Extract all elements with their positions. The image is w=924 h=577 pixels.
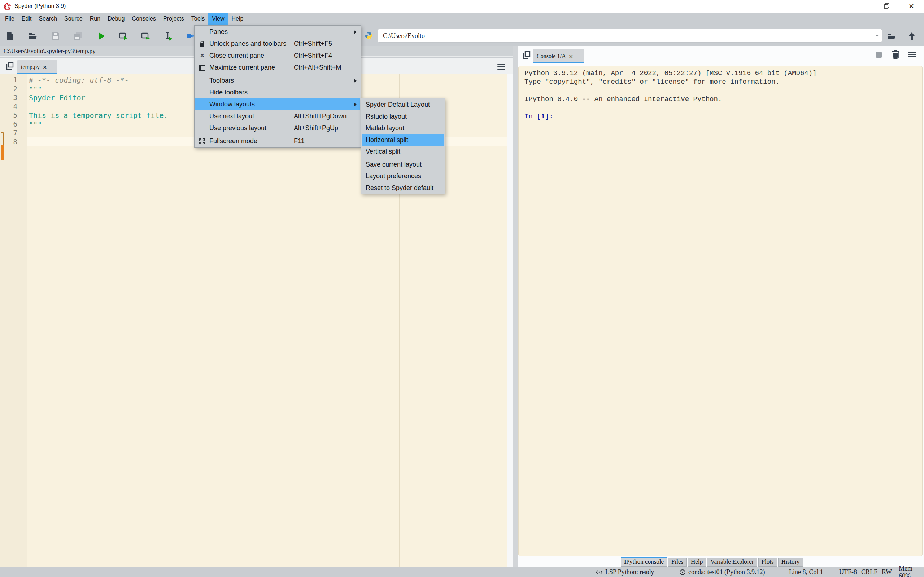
run-icon [96, 31, 106, 41]
console-options-menu-icon[interactable] [908, 50, 916, 58]
browse-directory-button[interactable] [884, 29, 900, 43]
minimize-button[interactable] [851, 0, 872, 12]
active-tab-underline [533, 62, 584, 63]
working-directory-combobox[interactable]: C:\Users\Evolto [378, 29, 882, 43]
editor-tab-label: temp.py [21, 64, 40, 70]
line-number-gutter [5, 74, 27, 567]
run-cell-button[interactable] [115, 29, 131, 43]
menu-item-use-previous-layout[interactable]: Use previous layoutAlt+Shift+PgUp [195, 122, 360, 134]
menu-projects[interactable]: Projects [160, 13, 188, 24]
menu-item-unlock-panes[interactable]: Unlock panes and toolbarsCtrl+Shift+F5 [195, 38, 360, 50]
menu-item-use-next-layout[interactable]: Use next layoutAlt+Shift+PgDown [195, 110, 360, 122]
editor-scrollbar[interactable] [507, 74, 513, 567]
new-file-button[interactable] [2, 29, 18, 43]
code-line: Spyder Editor [29, 93, 86, 102]
menu-source[interactable]: Source [61, 13, 86, 24]
combo-dropdown-icon[interactable] [875, 35, 879, 37]
scrollflag-marker [1, 145, 4, 160]
browse-folder-icon [887, 31, 896, 41]
save-all-icon [74, 31, 83, 41]
run-cell-advance-button[interactable] [138, 29, 154, 43]
submenu-arrow-icon [354, 102, 357, 107]
close-button[interactable]: ✕ [901, 0, 922, 12]
tab-history[interactable]: History [778, 558, 803, 567]
submenu-item-save-current-layout[interactable]: Save current layout [362, 159, 444, 171]
line-number: 8 [0, 138, 17, 146]
menu-item-maximize-pane[interactable]: Maximize current paneCtrl+Alt+Shift+M [195, 62, 360, 74]
spyder-window: Spyder (Python 3.9) ✕ File Edit Search S… [0, 0, 924, 577]
permissions-status: RW [882, 567, 892, 577]
console-browse-tabs-icon[interactable] [522, 50, 531, 61]
save-icon [51, 31, 60, 41]
pane-splitter[interactable] [513, 46, 518, 567]
editor-tab-temp-py[interactable]: temp.py ✕ [17, 60, 57, 74]
run-file-button[interactable] [93, 29, 109, 43]
parent-directory-button[interactable] [904, 29, 920, 43]
editor-tab-close-icon[interactable]: ✕ [43, 64, 47, 70]
pane-tab-strip: IPython console Files Help Variable Expl… [518, 556, 924, 567]
line-number: 6 [0, 120, 17, 128]
save-all-button[interactable] [70, 29, 86, 43]
lsp-icon [596, 569, 603, 575]
menu-item-hide-toolbars[interactable]: Hide toolbars [195, 87, 360, 98]
title-bar: Spyder (Python 3.9) ✕ [0, 0, 924, 13]
line-number: 2 [0, 85, 17, 93]
console-line: IPython 8.4.0 -- An enhanced Interactive… [525, 95, 922, 103]
editor-options-menu-icon[interactable] [498, 63, 505, 71]
menu-item-toolbars[interactable]: Toolbars [195, 75, 360, 87]
view-menu: Panes Unlock panes and toolbarsCtrl+Shif… [194, 25, 361, 148]
menu-tools[interactable]: Tools [188, 13, 208, 24]
menu-item-window-layouts[interactable]: Window layouts [195, 98, 360, 110]
menu-run[interactable]: Run [86, 13, 104, 24]
menu-separator [197, 74, 359, 74]
python-logo-icon [365, 31, 373, 40]
submenu-item-horizontal-split[interactable]: Horizontal split [362, 134, 444, 146]
submenu-item-reset-to-spyder-default[interactable]: Reset to Spyder default [362, 182, 444, 194]
menu-search[interactable]: Search [35, 13, 61, 24]
run-cell-icon [118, 31, 129, 41]
tab-files[interactable]: Files [668, 558, 687, 567]
menu-consoles[interactable]: Consoles [128, 13, 160, 24]
menu-help[interactable]: Help [228, 13, 247, 24]
tab-help[interactable]: Help [688, 558, 706, 567]
menu-item-fullscreen-mode[interactable]: Fullscreen modeF11 [195, 135, 360, 147]
menu-item-panes[interactable]: Panes [195, 26, 360, 38]
tab-ipython-console[interactable]: IPython console [621, 557, 667, 567]
up-arrow-icon [908, 32, 916, 40]
menu-edit[interactable]: Edit [18, 13, 36, 24]
console-line: Type "copyright", "credits" or "license"… [525, 77, 922, 86]
open-file-button[interactable] [25, 29, 41, 43]
save-button[interactable] [48, 29, 63, 43]
conda-icon [679, 569, 686, 575]
menu-separator [363, 158, 443, 158]
console-pane: Console 1/A ✕ Python 3.9.12 (main, Apr 4… [518, 46, 924, 567]
new-file-icon [5, 31, 15, 41]
tab-plots[interactable]: Plots [758, 558, 777, 567]
submenu-item-matlab-layout[interactable]: Matlab layout [362, 122, 444, 134]
browse-tabs-icon[interactable] [5, 61, 15, 72]
restore-button[interactable] [876, 0, 897, 12]
menu-debug[interactable]: Debug [104, 13, 128, 24]
submenu-item-layout-preferences[interactable]: Layout preferences [362, 170, 444, 182]
code-line: # -*- coding: utf-8 -*- [29, 76, 129, 84]
submenu-item-rstudio-layout[interactable]: Rstudio layout [362, 111, 444, 122]
status-bar: LSP Python: ready conda: test01 (Python … [0, 567, 924, 577]
submenu-item-vertical-split[interactable]: Vertical split [362, 146, 444, 158]
working-directory-value: C:\Users\Evolto [378, 32, 425, 40]
submenu-item-spyder-default-layout[interactable]: Spyder Default Layout [362, 99, 444, 111]
maximize-pane-icon [195, 65, 209, 71]
menu-item-close-pane[interactable]: ✕ Close current paneCtrl+Shift+F4 [195, 50, 360, 62]
remove-console-icon[interactable] [891, 49, 900, 61]
ipython-console[interactable]: Python 3.9.12 (main, Apr 4 2022, 05:22:2… [518, 66, 922, 556]
console-tab-close-icon[interactable]: ✕ [569, 54, 573, 59]
console-tab[interactable]: Console 1/A ✕ [533, 49, 584, 63]
interrupt-kernel-icon[interactable] [876, 52, 882, 58]
run-selection-button[interactable] [160, 29, 176, 43]
window-layouts-submenu: Spyder Default Layout Rstudio layout Mat… [361, 98, 445, 194]
menu-file[interactable]: File [2, 13, 18, 24]
close-pane-icon: ✕ [195, 53, 209, 59]
tab-variable-explorer[interactable]: Variable Explorer [707, 558, 757, 567]
menu-view[interactable]: View [208, 13, 228, 24]
submenu-arrow-icon [354, 30, 357, 34]
console-line: Python 3.9.12 (main, Apr 4 2022, 05:22:2… [525, 69, 922, 77]
